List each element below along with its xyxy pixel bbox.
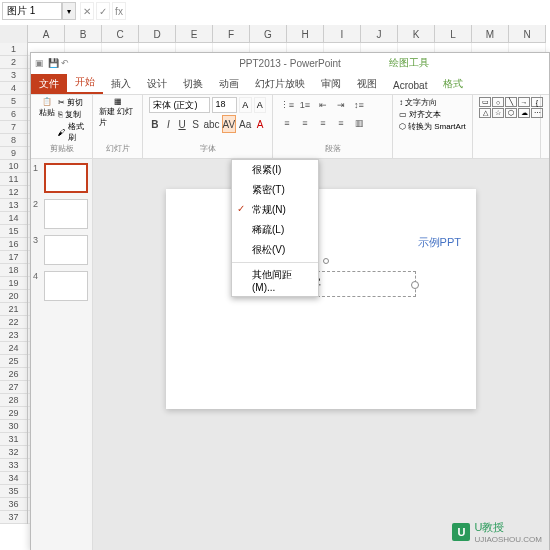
row-header[interactable]: 36 xyxy=(0,498,27,511)
font-color-button[interactable]: A xyxy=(254,115,266,133)
row-header[interactable]: 35 xyxy=(0,485,27,498)
col-header[interactable]: E xyxy=(176,25,213,43)
row-header[interactable]: 12 xyxy=(0,186,27,199)
spacing-normal[interactable]: 常规(N) xyxy=(232,200,318,220)
shape-more-icon[interactable]: ⋯ xyxy=(531,108,543,118)
format-painter-button[interactable]: 🖌 格式刷 xyxy=(58,121,86,143)
row-header[interactable]: 8 xyxy=(0,134,27,147)
shape-circle-icon[interactable]: ○ xyxy=(492,97,504,107)
spacing-loose[interactable]: 稀疏(L) xyxy=(232,220,318,240)
justify-button[interactable]: ≡ xyxy=(333,115,349,131)
row-header[interactable]: 4 xyxy=(0,82,27,95)
row-header[interactable]: 14 xyxy=(0,212,27,225)
row-header[interactable]: 1 xyxy=(0,43,27,56)
col-header[interactable]: N xyxy=(509,25,546,43)
tab-format[interactable]: 格式 xyxy=(435,74,471,94)
slide-title-text[interactable]: 示例PPT xyxy=(418,235,461,250)
col-header[interactable]: L xyxy=(435,25,472,43)
col-header[interactable]: H xyxy=(287,25,324,43)
row-header[interactable]: 9 xyxy=(0,147,27,160)
tab-acrobat[interactable]: Acrobat xyxy=(385,77,435,94)
thumbnail-item[interactable]: 4 xyxy=(33,271,90,301)
shape-line-icon[interactable]: ╲ xyxy=(505,97,517,107)
col-header[interactable]: F xyxy=(213,25,250,43)
row-header[interactable]: 26 xyxy=(0,368,27,381)
row-header[interactable]: 21 xyxy=(0,303,27,316)
row-header[interactable]: 3 xyxy=(0,69,27,82)
align-right-button[interactable]: ≡ xyxy=(315,115,331,131)
undo-icon[interactable]: ↶ xyxy=(61,58,71,68)
tab-insert[interactable]: 插入 xyxy=(103,74,139,94)
slide[interactable]: 示例PPT 这是示例文字 xyxy=(166,189,476,409)
shape-brace-icon[interactable]: { xyxy=(531,97,543,107)
row-header[interactable]: 6 xyxy=(0,108,27,121)
save-icon[interactable]: 💾 xyxy=(48,58,58,68)
char-spacing-button[interactable]: AV xyxy=(222,115,237,133)
fx-icon[interactable]: fx xyxy=(112,2,126,20)
thumbnail-item[interactable]: 1 xyxy=(33,163,90,193)
spacing-very-loose[interactable]: 很松(V) xyxy=(232,240,318,260)
row-header[interactable]: 2 xyxy=(0,56,27,69)
col-header[interactable]: I xyxy=(324,25,361,43)
spacing-very-tight[interactable]: 很紧(I) xyxy=(232,160,318,180)
row-header[interactable]: 24 xyxy=(0,342,27,355)
thumbnail-item[interactable]: 2 xyxy=(33,199,90,229)
line-spacing-button[interactable]: ↕≡ xyxy=(351,97,367,113)
row-header[interactable]: 23 xyxy=(0,329,27,342)
excel-namebox[interactable]: 图片 1 xyxy=(2,2,62,20)
new-slide-button[interactable]: ▦ 新建 幻灯片 xyxy=(99,97,136,128)
row-header[interactable]: 25 xyxy=(0,355,27,368)
shape-star-icon[interactable]: ☆ xyxy=(492,108,504,118)
text-direction-button[interactable]: ↕ 文字方向 xyxy=(399,97,466,108)
col-header[interactable]: B xyxy=(65,25,102,43)
col-header[interactable]: D xyxy=(139,25,176,43)
shape-rect-icon[interactable]: ▭ xyxy=(479,97,491,107)
align-left-button[interactable]: ≡ xyxy=(279,115,295,131)
row-header[interactable]: 5 xyxy=(0,95,27,108)
row-header[interactable]: 27 xyxy=(0,381,27,394)
strike-button[interactable]: S xyxy=(190,115,202,133)
shape-hex-icon[interactable]: ⬡ xyxy=(505,108,517,118)
rotate-handle[interactable] xyxy=(323,258,329,264)
row-header[interactable]: 33 xyxy=(0,459,27,472)
tab-review[interactable]: 审阅 xyxy=(313,74,349,94)
columns-button[interactable]: ▥ xyxy=(351,115,367,131)
tab-transitions[interactable]: 切换 xyxy=(175,74,211,94)
paste-button[interactable]: 📋 粘贴 xyxy=(37,97,56,143)
thumbnail-item[interactable]: 3 xyxy=(33,235,90,265)
row-header[interactable]: 7 xyxy=(0,121,27,134)
bullets-button[interactable]: ⋮≡ xyxy=(279,97,295,113)
col-header[interactable]: J xyxy=(361,25,398,43)
cut-button[interactable]: ✂ 剪切 xyxy=(58,97,86,108)
tab-view[interactable]: 视图 xyxy=(349,74,385,94)
row-header[interactable]: 30 xyxy=(0,420,27,433)
change-case-button[interactable]: Aa xyxy=(238,115,252,133)
tab-file[interactable]: 文件 xyxy=(31,74,67,94)
tab-slideshow[interactable]: 幻灯片放映 xyxy=(247,74,313,94)
spacing-more[interactable]: 其他间距(M)... xyxy=(232,265,318,296)
spacing-tight[interactable]: 紧密(T) xyxy=(232,180,318,200)
tab-animations[interactable]: 动画 xyxy=(211,74,247,94)
row-header[interactable]: 20 xyxy=(0,290,27,303)
tab-home[interactable]: 开始 xyxy=(67,72,103,94)
font-size-select[interactable]: 18 xyxy=(212,97,238,113)
cancel-icon[interactable]: ✕ xyxy=(80,2,94,20)
italic-button[interactable]: I xyxy=(163,115,175,133)
col-header[interactable]: C xyxy=(102,25,139,43)
grow-font-button[interactable]: A xyxy=(239,97,252,113)
numbering-button[interactable]: 1≡ xyxy=(297,97,313,113)
namebox-dropdown[interactable]: ▾ xyxy=(62,2,76,20)
row-header[interactable]: 31 xyxy=(0,433,27,446)
smartart-button[interactable]: ⬡ 转换为 SmartArt xyxy=(399,121,466,132)
font-name-select[interactable]: 宋体 (正文) xyxy=(149,97,210,113)
row-header[interactable]: 15 xyxy=(0,225,27,238)
col-header[interactable]: G xyxy=(250,25,287,43)
row-header[interactable]: 34 xyxy=(0,472,27,485)
row-header[interactable]: 16 xyxy=(0,238,27,251)
row-header[interactable]: 28 xyxy=(0,394,27,407)
row-header[interactable]: 29 xyxy=(0,407,27,420)
row-header[interactable]: 19 xyxy=(0,277,27,290)
underline-button[interactable]: U xyxy=(176,115,188,133)
row-header[interactable]: 17 xyxy=(0,251,27,264)
tab-design[interactable]: 设计 xyxy=(139,74,175,94)
